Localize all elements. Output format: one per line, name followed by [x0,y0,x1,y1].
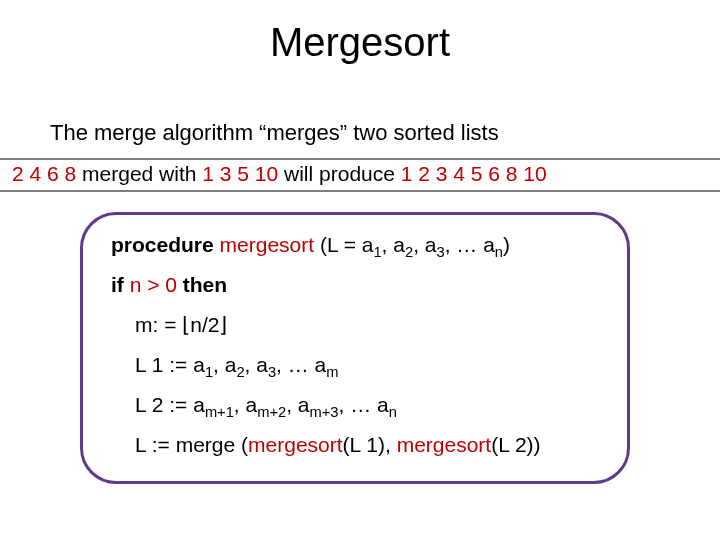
l2-assign: L 2 := a [135,393,205,416]
m-assign: m: = [135,313,182,336]
floor-right: ⌋ [219,313,227,336]
sub: m+2 [257,404,286,420]
code-line-4: L 1 := a1, a2, a3, … am [135,353,599,377]
example-text-produce: will produce [278,162,401,185]
code-line-1: procedure mergesort (L = a1, a2, a3, … a… [111,233,599,257]
example-list-a: 2 4 6 8 [12,162,76,185]
pseudocode-box: procedure mergesort (L = a1, a2, a3, … a… [80,212,630,484]
args-prefix: (L = a [320,233,374,256]
divider-top [0,158,720,160]
sub: 2 [405,244,413,260]
cond: n > 0 [130,273,177,296]
divider-bottom [0,190,720,192]
slide: Mergesort The merge algorithm “merges” t… [0,0,720,540]
sub: m+1 [205,404,234,420]
code-line-5: L 2 := am+1, am+2, am+3, … an [135,393,599,417]
kw-then: then [177,273,227,296]
l2-dots: , … a [339,393,389,416]
proc-name: mergesort [214,233,320,256]
sub: 2 [236,364,244,380]
l2-rest: , a [234,393,257,416]
slide-subtitle: The merge algorithm “merges” two sorted … [50,120,499,146]
sub: 3 [268,364,276,380]
l-assign: L := merge ( [135,433,248,456]
sub: m [326,364,338,380]
sub: n [495,244,503,260]
arg-l1: (L 1), [343,433,397,456]
call-mergesort-1: mergesort [248,433,343,456]
args-rest: , a [382,233,405,256]
args-rest: , a [413,233,436,256]
example-list-b: 1 3 5 10 [202,162,278,185]
sub: 3 [436,244,444,260]
slide-title: Mergesort [0,20,720,65]
m-expr: n/2 [190,313,219,336]
call-mergesort-2: mergesort [397,433,492,456]
l1-rest: , a [213,353,236,376]
kw-if: if [111,273,130,296]
arg-l2: (L 2)) [491,433,540,456]
code-line-6: L := merge (mergesort(L 1), mergesort(L … [135,433,599,457]
sub: m+3 [310,404,339,420]
sub: 1 [205,364,213,380]
example-row: 2 4 6 8 merged with 1 3 5 10 will produc… [12,162,708,186]
code-line-2: if n > 0 then [111,273,599,297]
args-close: ) [503,233,510,256]
l1-dots: , … a [276,353,326,376]
l1-rest: , a [245,353,268,376]
example-result: 1 2 3 4 5 6 8 10 [401,162,547,185]
sub: n [389,404,397,420]
example-text-merged: merged with [76,162,202,185]
args-dots: , … a [445,233,495,256]
sub: 1 [373,244,381,260]
l1-assign: L 1 := a [135,353,205,376]
l2-rest: , a [286,393,309,416]
kw-procedure: procedure [111,233,214,256]
code-line-3: m: = ⌊n/2⌋ [135,313,599,337]
